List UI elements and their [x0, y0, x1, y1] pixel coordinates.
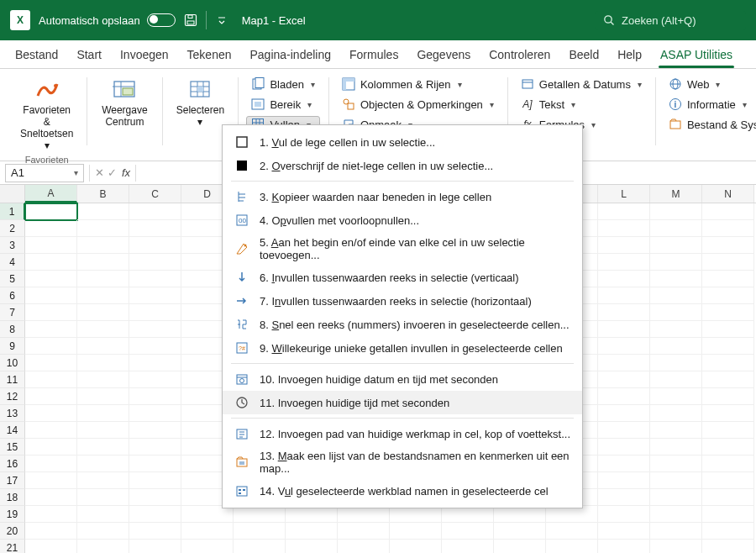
cell[interactable]: [25, 321, 77, 338]
row-header[interactable]: 21: [0, 540, 25, 553]
accept-icon[interactable]: ✓: [108, 166, 117, 179]
selecteren-button[interactable]: Selecteren▾: [171, 74, 229, 131]
cell[interactable]: [598, 237, 650, 254]
cell[interactable]: [181, 523, 234, 540]
cell[interactable]: [702, 489, 754, 506]
cell[interactable]: [650, 456, 702, 472]
menu-item-6[interactable]: 6. Invullen tussenwaarden reeks in selec…: [223, 266, 582, 289]
cell[interactable]: [77, 321, 129, 338]
row-header[interactable]: 2: [0, 220, 25, 237]
cell[interactable]: [702, 405, 754, 422]
cell[interactable]: [25, 338, 77, 355]
cell[interactable]: [129, 287, 181, 304]
cell[interactable]: [598, 405, 650, 422]
cell[interactable]: [338, 506, 390, 523]
menu-item-11[interactable]: 11. Invoegen huidige tijd met seconden: [223, 391, 582, 414]
cell[interactable]: [442, 540, 494, 553]
cell[interactable]: [598, 304, 650, 321]
cell[interactable]: [129, 439, 181, 456]
cell[interactable]: [598, 540, 650, 553]
cell[interactable]: [650, 237, 702, 254]
cell[interactable]: [129, 271, 181, 287]
cell[interactable]: [494, 540, 546, 553]
cell[interactable]: [129, 220, 181, 237]
cell[interactable]: [650, 355, 702, 371]
cell[interactable]: [598, 254, 650, 271]
autosave-toggle-group[interactable]: Automatisch opslaan: [39, 13, 176, 27]
cell[interactable]: [129, 405, 181, 422]
row-header[interactable]: 17: [0, 472, 25, 489]
cell[interactable]: [390, 506, 442, 523]
row-header[interactable]: 15: [0, 439, 25, 456]
row-header[interactable]: 9: [0, 338, 25, 355]
cell[interactable]: [598, 338, 650, 355]
row-header[interactable]: 16: [0, 456, 25, 472]
row-header[interactable]: 13: [0, 405, 25, 422]
cell[interactable]: [598, 371, 650, 388]
tab-formules[interactable]: Formules: [341, 43, 407, 68]
cell[interactable]: [77, 405, 129, 422]
cell[interactable]: [234, 523, 286, 540]
cell[interactable]: [77, 523, 129, 540]
select-all-corner[interactable]: [0, 185, 25, 203]
menu-item-5[interactable]: 5. Aan het begin en/of einde van elke ce…: [223, 232, 582, 266]
menu-item-8[interactable]: 8. Snel een reeks (nummers) invoeren in …: [223, 313, 582, 336]
cell[interactable]: [25, 355, 77, 371]
column-header[interactable]: B: [77, 185, 129, 203]
cmd-bereik[interactable]: Bereik▾: [246, 96, 319, 113]
tab-tekenen[interactable]: Tekenen: [179, 43, 240, 68]
cell[interactable]: [650, 321, 702, 338]
cell[interactable]: [598, 287, 650, 304]
tab-controleren[interactable]: Controleren: [480, 43, 559, 68]
cell[interactable]: [77, 271, 129, 287]
row-header[interactable]: 12: [0, 388, 25, 405]
cmd-tekst[interactable]: A]Tekst▾: [516, 96, 647, 113]
menu-item-4[interactable]: 004. Opvullen met voorloopnullen...: [223, 208, 582, 232]
cell[interactable]: [77, 371, 129, 388]
cell[interactable]: [77, 304, 129, 321]
cell[interactable]: [702, 287, 754, 304]
cell[interactable]: [129, 388, 181, 405]
cell[interactable]: [286, 540, 338, 553]
cell[interactable]: [546, 523, 598, 540]
tab-asap-utilities[interactable]: ASAP Utilities: [652, 43, 741, 68]
cell[interactable]: [598, 355, 650, 371]
menu-item-3[interactable]: 3. Kopieer waarden naar beneden in lege …: [223, 185, 582, 208]
tab-beeld[interactable]: Beeld: [560, 43, 607, 68]
cell[interactable]: [650, 254, 702, 271]
cell[interactable]: [77, 338, 129, 355]
column-header[interactable]: L: [598, 185, 650, 203]
cell[interactable]: [77, 540, 129, 553]
fx-icon[interactable]: fx: [122, 166, 130, 179]
cell[interactable]: [702, 338, 754, 355]
cell[interactable]: [25, 472, 77, 489]
cell[interactable]: [129, 489, 181, 506]
menu-item-9[interactable]: ?#9. Willekeurige unieke getallen invull…: [223, 336, 582, 360]
cmd-getallen-datums[interactable]: Getallen & Datums▾: [516, 76, 647, 92]
cell[interactable]: [650, 523, 702, 540]
menu-item-14[interactable]: 14. Vul geselecteerde werkblad namen in …: [223, 479, 582, 503]
cell[interactable]: [650, 405, 702, 422]
cell[interactable]: [77, 472, 129, 489]
cell[interactable]: [338, 540, 390, 553]
cell[interactable]: [25, 405, 77, 422]
column-header[interactable]: N: [702, 185, 754, 203]
row-header[interactable]: 1: [0, 203, 25, 220]
cell[interactable]: [598, 203, 650, 220]
cell[interactable]: [338, 523, 390, 540]
tab-gegevens[interactable]: Gegevens: [408, 43, 479, 68]
cmd-kolommen-rijen[interactable]: Kolommen & Rijen▾: [337, 76, 499, 92]
cell[interactable]: [546, 540, 598, 553]
cell[interactable]: [129, 338, 181, 355]
cell[interactable]: [129, 237, 181, 254]
row-header[interactable]: 6: [0, 287, 25, 304]
cell[interactable]: [598, 388, 650, 405]
cell[interactable]: [702, 254, 754, 271]
tab-invoegen[interactable]: Invoegen: [112, 43, 177, 68]
cell[interactable]: [702, 540, 754, 553]
cell[interactable]: [77, 203, 129, 220]
cell[interactable]: [25, 388, 77, 405]
row-header[interactable]: 3: [0, 237, 25, 254]
cell[interactable]: [598, 472, 650, 489]
cell[interactable]: [442, 506, 494, 523]
